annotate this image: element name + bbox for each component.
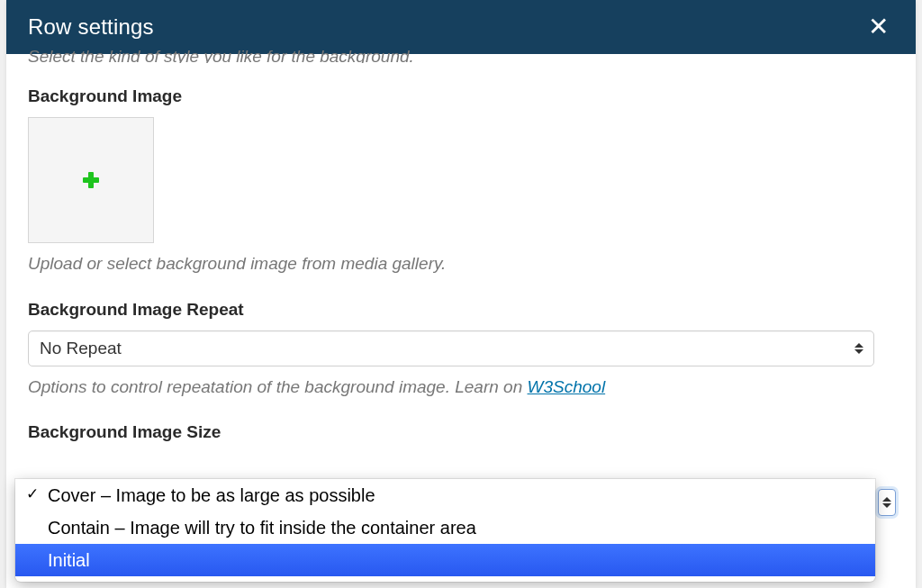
bg-image-help: Upload or select background image from m… bbox=[28, 252, 894, 276]
bg-image-label: Background Image bbox=[28, 86, 894, 106]
bg-size-dropdown[interactable]: Cover – Image to be as large as possible… bbox=[15, 479, 875, 582]
row-settings-modal: Row settings ✕ Select the kind of style … bbox=[6, 0, 916, 588]
bg-image-section: Background Image Upload or select backgr… bbox=[28, 86, 894, 276]
modal-header: Row settings ✕ bbox=[6, 0, 916, 54]
bg-size-option-label: Initial bbox=[48, 550, 90, 570]
style-selector-subtitle-text: Select the kind of style you like for th… bbox=[28, 50, 414, 63]
bg-repeat-select[interactable]: No Repeat bbox=[28, 330, 874, 366]
close-icon: ✕ bbox=[868, 13, 889, 41]
bg-size-section: Background Image Size bbox=[28, 422, 894, 442]
bg-size-option-cover[interactable]: Cover – Image to be as large as possible bbox=[15, 479, 875, 511]
modal-body: Select the kind of style you like for th… bbox=[6, 50, 916, 475]
modal-title: Row settings bbox=[28, 14, 154, 40]
plus-add-icon bbox=[83, 172, 99, 188]
bg-size-select-arrows-icon bbox=[878, 489, 896, 516]
close-button[interactable]: ✕ bbox=[863, 11, 894, 43]
bg-size-option-initial[interactable]: Initial bbox=[15, 544, 875, 576]
bg-repeat-section: Background Image Repeat No Repeat Option… bbox=[28, 300, 894, 400]
bg-repeat-help: Options to control repeatation of the ba… bbox=[28, 375, 894, 400]
bg-repeat-select-wrap: No Repeat bbox=[28, 330, 874, 366]
bg-size-option-contain[interactable]: Contain – Image will try to fit inside t… bbox=[15, 511, 875, 544]
select-arrows-icon bbox=[854, 343, 863, 354]
bg-size-option-label: Cover – Image to be as large as possible bbox=[48, 485, 375, 505]
bg-size-option-label: Contain – Image will try to fit inside t… bbox=[48, 518, 476, 538]
bg-repeat-label: Background Image Repeat bbox=[28, 300, 894, 320]
bg-size-label: Background Image Size bbox=[28, 422, 894, 442]
w3school-link[interactable]: W3School bbox=[528, 377, 606, 396]
style-selector-subtitle: Select the kind of style you like for th… bbox=[28, 50, 894, 63]
bg-repeat-help-text: Options to control repeatation of the ba… bbox=[28, 377, 528, 396]
bg-repeat-value: No Repeat bbox=[40, 339, 122, 358]
bg-image-upload-box[interactable] bbox=[28, 117, 154, 243]
